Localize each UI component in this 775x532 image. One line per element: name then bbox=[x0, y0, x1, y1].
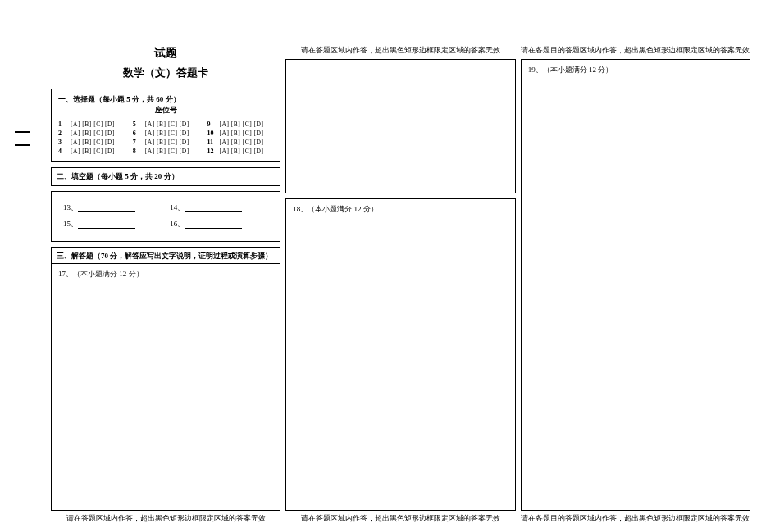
mc-row[interactable]: 12[A] [B] [C] [D] bbox=[207, 148, 274, 155]
section-2-title: 二、填空题（每小题 5 分，共 20 分） bbox=[57, 171, 275, 182]
q18-label: 18、（本小题满分 12 分） bbox=[293, 204, 508, 215]
q17-continued-area[interactable] bbox=[285, 59, 515, 193]
mc-num: 11 bbox=[207, 139, 217, 146]
mc-row[interactable]: 1[A] [B] [C] [D] bbox=[58, 120, 125, 128]
spine-tick bbox=[15, 131, 30, 133]
fill-blank[interactable] bbox=[185, 204, 242, 212]
section-3-title: 三、解答题（70 分，解答应写出文字说明，证明过程或演算步骤） bbox=[51, 247, 280, 263]
mc-row[interactable]: 9[A] [B] [C] [D] bbox=[207, 120, 274, 128]
fill-label: 16、 bbox=[170, 220, 185, 228]
mc-opts: [A] [B] [C] [D] bbox=[145, 120, 189, 128]
header-warning: 请在各题目的答题区域内作答，超出黑色矩形边框限定区域的答案无效 bbox=[521, 46, 750, 56]
mc-num: 8 bbox=[133, 148, 143, 155]
mc-opts: [A] [B] [C] [D] bbox=[145, 148, 189, 155]
mc-opts: [A] [B] [C] [D] bbox=[220, 130, 264, 137]
q17-label: 17、（本小题满分 12 分） bbox=[58, 269, 273, 280]
fill-label: 14、 bbox=[170, 203, 185, 211]
mc-row[interactable]: 3[A] [B] [C] [D] bbox=[58, 139, 125, 146]
mc-opts: [A] [B] [C] [D] bbox=[71, 139, 115, 146]
fill-blank[interactable] bbox=[78, 221, 135, 229]
fill-label: 13、 bbox=[63, 203, 78, 211]
q18-answer-area[interactable]: 18、（本小题满分 12 分） bbox=[285, 198, 515, 511]
mc-row[interactable]: 7[A] [B] [C] [D] bbox=[133, 139, 199, 146]
spine-tick bbox=[15, 144, 30, 146]
mc-opts: [A] [B] [C] [D] bbox=[220, 120, 264, 128]
mc-row[interactable]: 5[A] [B] [C] [D] bbox=[133, 120, 199, 128]
q19-answer-area[interactable]: 19、（本小题满分 12 分） bbox=[521, 59, 750, 511]
q17-answer-area[interactable]: 17、（本小题满分 12 分） bbox=[51, 263, 280, 511]
mc-opts: [A] [B] [C] [D] bbox=[71, 120, 115, 128]
column-1: 试题 数学（文）答题卡 一、选择题（每小题 5 分，共 60 分） 座位号 1[… bbox=[51, 46, 280, 524]
mc-num: 3 bbox=[58, 139, 68, 146]
mc-num: 7 bbox=[133, 139, 143, 146]
fill-item[interactable]: 16、 bbox=[170, 216, 268, 231]
mc-num: 5 bbox=[133, 120, 143, 128]
mc-opts: [A] [B] [C] [D] bbox=[145, 139, 189, 146]
mc-row[interactable]: 2[A] [B] [C] [D] bbox=[58, 130, 125, 137]
mc-num: 12 bbox=[207, 148, 217, 155]
header-warning: 请在答题区域内作答，超出黑色矩形边框限定区域的答案无效 bbox=[285, 46, 515, 56]
mc-grid: 1[A] [B] [C] [D] 5[A] [B] [C] [D] 9[A] [… bbox=[58, 120, 273, 155]
footer-warning: 请在答题区域内作答，超出黑色矩形边框限定区域的答案无效 bbox=[285, 514, 515, 524]
mc-row[interactable]: 6[A] [B] [C] [D] bbox=[133, 130, 199, 137]
fill-item[interactable]: 13、 bbox=[63, 200, 162, 215]
section-1-title: 一、选择题（每小题 5 分，共 60 分） bbox=[58, 94, 273, 105]
fill-item[interactable]: 15、 bbox=[63, 216, 162, 231]
seat-number-label: 座位号 bbox=[58, 105, 273, 116]
mc-num: 1 bbox=[58, 120, 68, 128]
fill-item[interactable]: 14、 bbox=[170, 200, 268, 215]
mc-row[interactable]: 11[A] [B] [C] [D] bbox=[207, 139, 274, 146]
fill-label: 15、 bbox=[63, 220, 78, 228]
mc-num: 2 bbox=[58, 130, 68, 137]
column-3: 请在各题目的答题区域内作答，超出黑色矩形边框限定区域的答案无效 19、（本小题满… bbox=[521, 46, 750, 524]
column-2: 请在答题区域内作答，超出黑色矩形边框限定区域的答案无效 18、（本小题满分 12… bbox=[285, 46, 515, 524]
page-title: 数学（文）答题卡 bbox=[51, 66, 280, 80]
footer-warning: 请在各题目的答题区域内作答，超出黑色矩形边框限定区域的答案无效 bbox=[521, 514, 750, 524]
fill-blank[interactable] bbox=[78, 204, 135, 212]
q19-label: 19、（本小题满分 12 分） bbox=[528, 65, 743, 75]
footer-warning: 请在答题区域内作答，超出黑色矩形边框限定区域的答案无效 bbox=[51, 514, 280, 524]
mc-opts: [A] [B] [C] [D] bbox=[71, 148, 115, 155]
mc-num: 4 bbox=[58, 148, 68, 155]
fill-blank[interactable] bbox=[185, 221, 242, 229]
page-super-title: 试题 bbox=[51, 46, 280, 61]
mc-opts: [A] [B] [C] [D] bbox=[220, 139, 264, 146]
section-2-box: 二、填空题（每小题 5 分，共 20 分） bbox=[51, 167, 280, 186]
mc-opts: [A] [B] [C] [D] bbox=[220, 148, 264, 155]
mc-num: 6 bbox=[133, 130, 143, 137]
mc-opts: [A] [B] [C] [D] bbox=[145, 130, 189, 137]
mc-num: 9 bbox=[207, 120, 217, 128]
fill-blank-box: 13、 14、 15、 16、 bbox=[51, 191, 280, 242]
section-1-box: 一、选择题（每小题 5 分，共 60 分） 座位号 1[A] [B] [C] [… bbox=[51, 89, 280, 162]
answer-sheet: 试题 数学（文）答题卡 一、选择题（每小题 5 分，共 60 分） 座位号 1[… bbox=[0, 0, 775, 532]
mc-row[interactable]: 4[A] [B] [C] [D] bbox=[58, 148, 125, 155]
mc-row[interactable]: 10[A] [B] [C] [D] bbox=[207, 130, 274, 137]
mc-opts: [A] [B] [C] [D] bbox=[71, 130, 115, 137]
mc-row[interactable]: 8[A] [B] [C] [D] bbox=[133, 148, 199, 155]
mc-num: 10 bbox=[207, 130, 217, 137]
